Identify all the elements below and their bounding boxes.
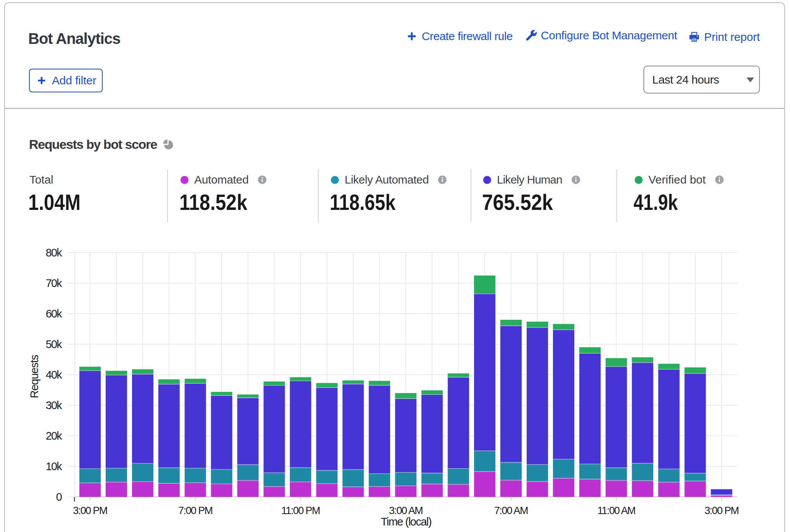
svg-text:7:00 AM: 7:00 AM — [494, 505, 528, 516]
svg-text:30k: 30k — [46, 399, 63, 411]
svg-text:3:00 AM: 3:00 AM — [389, 505, 422, 516]
svg-text:10k: 10k — [46, 460, 63, 472]
svg-text:Requests: Requests — [28, 355, 40, 398]
svg-text:0: 0 — [56, 491, 62, 503]
svg-text:50k: 50k — [46, 338, 63, 350]
svg-text:11:00 PM: 11:00 PM — [281, 505, 320, 516]
svg-text:80k: 80k — [46, 247, 63, 259]
svg-text:70k: 70k — [46, 277, 63, 289]
svg-text:3:00 PM: 3:00 PM — [705, 505, 738, 516]
svg-text:Time (local): Time (local) — [381, 516, 431, 528]
svg-text:11:00 AM: 11:00 AM — [597, 505, 635, 516]
svg-text:3:00 PM: 3:00 PM — [73, 505, 107, 516]
svg-text:20k: 20k — [46, 430, 63, 442]
svg-text:40k: 40k — [46, 369, 63, 381]
svg-text:7:00 PM: 7:00 PM — [178, 505, 212, 516]
svg-text:60k: 60k — [46, 308, 63, 320]
